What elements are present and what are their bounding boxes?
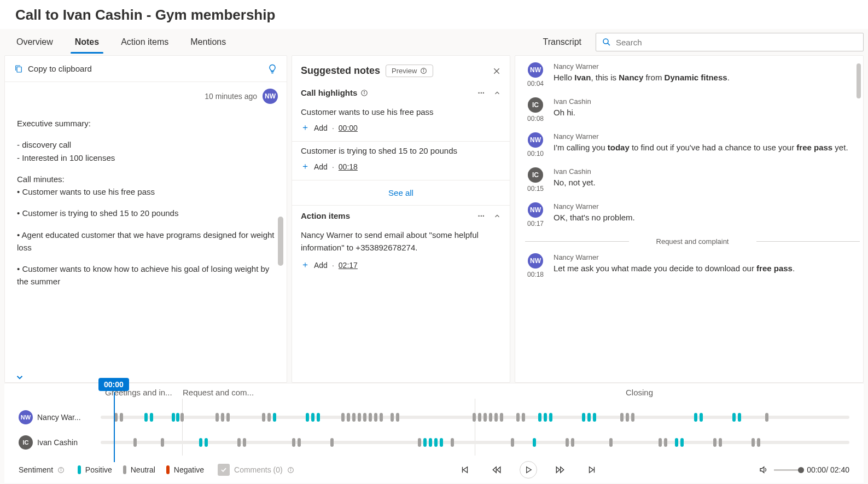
preview-badge[interactable]: Preview	[386, 65, 433, 77]
transcript-entry[interactable]: NW 00:04 Nancy Warner Hello Ivan, this i…	[525, 62, 860, 88]
plus-icon[interactable]: ＋	[301, 122, 310, 133]
lightbulb-icon[interactable]	[267, 63, 278, 74]
sentiment-segment[interactable]	[418, 438, 421, 447]
sentiment-segment[interactable]	[587, 413, 591, 422]
add-button[interactable]: Add	[314, 124, 328, 132]
sentiment-segment[interactable]	[423, 438, 427, 447]
playhead-marker[interactable]: 00:00	[98, 378, 129, 391]
close-icon[interactable]	[492, 67, 501, 75]
comments-toggle[interactable]: Comments (0)	[214, 461, 298, 479]
sentiment-segment[interactable]	[522, 413, 525, 422]
sentiment-segment[interactable]	[144, 413, 148, 422]
sentiment-segment[interactable]	[582, 413, 585, 422]
sentiment-segment[interactable]	[262, 413, 265, 422]
sentiment-segment[interactable]	[221, 413, 224, 422]
sentiment-segment[interactable]	[483, 413, 487, 422]
plus-icon[interactable]: ＋	[301, 259, 310, 271]
copy-to-clipboard-button[interactable]: Copy to clipboard	[14, 64, 92, 74]
transcript-entry[interactable]: NW 00:10 Nancy Warner I'm calling you to…	[525, 132, 860, 158]
sentiment-segment[interactable]	[494, 413, 498, 422]
sentiment-segment[interactable]	[631, 413, 634, 422]
sentiment-segment[interactable]	[516, 413, 520, 422]
sentiment-segment[interactable]	[311, 413, 314, 422]
sentiment-segment[interactable]	[120, 413, 123, 422]
transcript-entry[interactable]: IC 00:08 Ivan Cashin Oh hi.	[525, 97, 860, 123]
sentiment-segment[interactable]	[451, 438, 454, 447]
sentiment-segment[interactable]	[680, 438, 684, 447]
sentiment-segment[interactable]	[292, 438, 295, 447]
sentiment-segment[interactable]	[243, 438, 246, 447]
transcript-entry[interactable]: NW 00:17 Nancy Warner OK, that's no prob…	[525, 202, 860, 228]
sentiment-segment[interactable]	[478, 413, 481, 422]
notes-body[interactable]: Executive summary: - discovery call- Int…	[5, 107, 287, 382]
sentiment-segment[interactable]	[719, 438, 722, 447]
sentiment-segment[interactable]	[180, 413, 184, 422]
sentiment-segment[interactable]	[396, 413, 399, 422]
sentiment-segment[interactable]	[694, 413, 697, 422]
sentiment-segment[interactable]	[133, 438, 137, 447]
sentiment-segment[interactable]	[391, 413, 394, 422]
volume-icon[interactable]	[759, 465, 768, 475]
sentiment-segment[interactable]	[330, 438, 334, 447]
sentiment-segment[interactable]	[440, 438, 443, 447]
sentiment-segment[interactable]	[511, 438, 514, 447]
sentiment-segment[interactable]	[150, 413, 153, 422]
sentiment-segment[interactable]	[226, 413, 230, 422]
sentiment-segment[interactable]	[609, 438, 613, 447]
sentiment-segment[interactable]	[538, 413, 541, 422]
transcript-entry[interactable]: IC 00:15 Ivan Cashin No, not yet.	[525, 167, 860, 193]
sentiment-segment[interactable]	[380, 413, 383, 422]
search-input[interactable]	[616, 38, 858, 47]
see-all-link[interactable]: See all	[292, 180, 510, 206]
skip-end-button[interactable]	[583, 461, 601, 479]
sentiment-segment[interactable]	[298, 438, 301, 447]
tab-mentions[interactable]: Mentions	[189, 32, 227, 53]
tab-overview[interactable]: Overview	[15, 32, 54, 53]
sentiment-segment[interactable]	[273, 413, 276, 422]
sentiment-segment[interactable]	[738, 413, 741, 422]
add-button[interactable]: Add	[314, 261, 328, 270]
sentiment-segment[interactable]	[593, 413, 596, 422]
skip-start-button[interactable]	[456, 461, 474, 479]
sentiment-segment[interactable]	[429, 438, 432, 447]
sentiment-segment[interactable]	[549, 413, 552, 422]
sentiment-segment[interactable]	[341, 413, 345, 422]
sentiment-segment[interactable]	[544, 413, 547, 422]
sentiment-segment[interactable]	[347, 413, 350, 422]
sentiment-segment[interactable]	[237, 438, 241, 447]
sentiment-segment[interactable]	[267, 413, 271, 422]
volume-slider[interactable]	[774, 469, 801, 471]
chevron-up-icon[interactable]	[493, 89, 501, 97]
timestamp-link[interactable]: 00:18	[339, 162, 358, 171]
more-icon[interactable]: ···	[477, 88, 485, 97]
more-icon[interactable]: ···	[477, 211, 485, 220]
sentiment-segment[interactable]	[172, 413, 175, 422]
plus-icon[interactable]: ＋	[301, 161, 310, 172]
scrollbar-thumb[interactable]	[857, 63, 861, 98]
sentiment-segment[interactable]	[176, 413, 179, 422]
sentiment-segment[interactable]	[700, 413, 703, 422]
sentiment-segment[interactable]	[434, 438, 438, 447]
timestamp-link[interactable]: 00:00	[339, 124, 358, 132]
sentiment-segment[interactable]	[626, 413, 629, 422]
transcript-entry[interactable]: NW 00:18 Nancy Warner Let me ask you wha…	[525, 253, 860, 278]
sentiment-segment[interactable]	[489, 413, 492, 422]
sentiment-segment[interactable]	[713, 438, 716, 447]
scrollbar-thumb[interactable]	[278, 217, 283, 266]
sentiment-segment[interactable]	[215, 413, 219, 422]
sentiment-segment[interactable]	[675, 438, 678, 447]
sentiment-segment[interactable]	[620, 413, 624, 422]
sentiment-segment[interactable]	[765, 413, 768, 422]
timeline-track[interactable]	[101, 416, 849, 419]
sentiment-segment[interactable]	[533, 438, 536, 447]
sentiment-segment[interactable]	[205, 438, 208, 447]
sentiment-segment[interactable]	[732, 413, 736, 422]
sentiment-segment[interactable]	[752, 438, 755, 447]
timestamp-link[interactable]: 02:17	[339, 261, 358, 270]
sentiment-segment[interactable]	[363, 413, 366, 422]
sentiment-segment[interactable]	[500, 413, 503, 422]
forward-button[interactable]	[551, 461, 569, 479]
info-icon[interactable]	[360, 89, 368, 97]
search-box[interactable]	[596, 33, 864, 51]
sentiment-segment[interactable]	[571, 438, 574, 447]
